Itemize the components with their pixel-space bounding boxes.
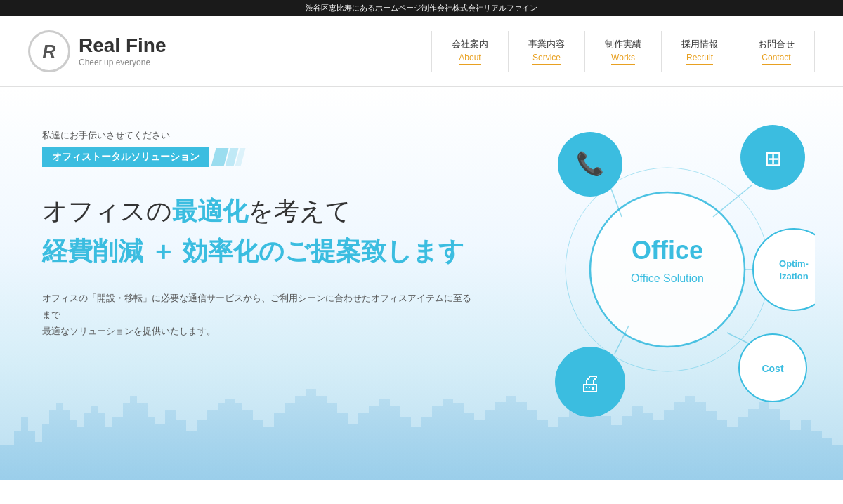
hero-label-tag: オフィストータルソリューション xyxy=(42,147,209,167)
office-solution-diagram: Office Office Solution 📞 ⊞ Optim- izatio… xyxy=(520,108,815,431)
nav-item-about[interactable]: 会社案内 About xyxy=(431,31,509,72)
svg-line-16 xyxy=(713,185,752,217)
nav-en-service: Service xyxy=(532,53,561,65)
nav-en-works: Works xyxy=(611,53,635,65)
logo-area: R Real Fine Cheer up everyone xyxy=(28,30,225,72)
nav-jp-about: 会社案内 xyxy=(452,38,488,51)
nav-item-recruit[interactable]: 採用情報 Recruit xyxy=(662,31,738,72)
nav-jp-service: 事業内容 xyxy=(528,38,565,51)
hero-heading2: 経費削減 ＋ 効率化のご提案致します xyxy=(42,234,478,269)
hero-section: 私達にお手伝いさせてください オフィストータルソリューション オフィスの最適化を… xyxy=(0,87,843,480)
svg-text:🖨: 🖨 xyxy=(579,371,601,396)
hero-label-bar: オフィストータルソリューション xyxy=(42,147,478,167)
nav-item-works[interactable]: 制作実績 Works xyxy=(585,31,662,72)
svg-point-8 xyxy=(753,229,815,310)
logo-text: Real Fine Cheer up everyone xyxy=(79,35,166,68)
svg-text:Office: Office xyxy=(632,236,703,265)
nav-jp-contact: お問合せ xyxy=(758,38,795,51)
hero-description: オフィスの「開設・移転」に必要な通信サービスから、ご利用シーンに合わせたオフィス… xyxy=(42,290,478,339)
top-banner: 渋谷区恵比寿にあるホームページ制作会社株式会社リアルファイン xyxy=(0,0,843,16)
logo-icon: R xyxy=(28,30,70,72)
hero-heading1-part2: を考えて xyxy=(248,197,351,225)
hero-label-decor xyxy=(214,148,243,166)
main-nav: 会社案内 About 事業内容 Service 制作実績 Works 採用情報 … xyxy=(225,31,815,72)
nav-en-recruit: Recruit xyxy=(686,53,713,65)
svg-point-0 xyxy=(590,192,745,347)
logo-subtitle: Cheer up everyone xyxy=(79,58,166,67)
top-banner-text: 渋谷区恵比寿にあるホームページ制作会社株式会社リアルファイン xyxy=(306,4,537,12)
hero-diagram: Office Office Solution 📞 ⊞ Optim- izatio… xyxy=(520,108,815,431)
hero-description-line1: オフィスの「開設・移転」に必要な通信サービスから、ご利用シーンに合わせたオフィス… xyxy=(42,293,471,319)
svg-text:Cost: Cost xyxy=(762,363,783,374)
svg-text:Optim-: Optim- xyxy=(779,258,809,269)
header: R Real Fine Cheer up everyone 会社案内 About… xyxy=(0,16,843,87)
nav-item-contact[interactable]: お問合せ Contact xyxy=(738,31,815,72)
nav-jp-recruit: 採用情報 xyxy=(681,38,718,51)
svg-text:📞: 📞 xyxy=(576,150,604,177)
svg-text:ization: ization xyxy=(779,271,808,281)
hero-heading1: オフィスの最適化を考えて xyxy=(42,195,478,228)
nav-jp-works: 制作実績 xyxy=(605,38,641,51)
nav-en-contact: Contact xyxy=(762,53,790,65)
nav-item-service[interactable]: 事業内容 Service xyxy=(509,31,585,72)
svg-text:Office Solution: Office Solution xyxy=(631,272,704,284)
hero-heading1-part1: オフィスの xyxy=(42,197,172,225)
svg-text:⊞: ⊞ xyxy=(764,147,782,170)
hero-small-text: 私達にお手伝いさせてください xyxy=(42,129,478,142)
svg-line-19 xyxy=(727,333,748,343)
nav-en-about: About xyxy=(459,53,481,65)
hero-description-line2: 最適なソリューションを提供いたします。 xyxy=(42,326,216,336)
hero-content: 私達にお手伝いさせてください オフィストータルソリューション オフィスの最適化を… xyxy=(42,129,478,339)
logo-title: Real Fine xyxy=(79,35,166,57)
hero-heading1-highlight: 最適化 xyxy=(172,197,248,225)
